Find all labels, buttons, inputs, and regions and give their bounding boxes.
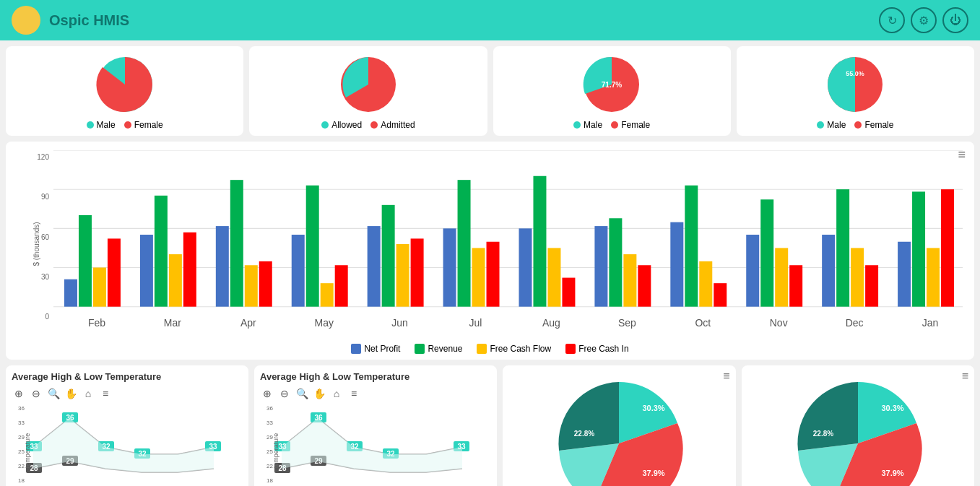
pie-chart-allowed (325, 52, 412, 117)
legend-free-cash-flow: Free Cash Flow (477, 344, 551, 354)
svg-rect-16 (230, 180, 243, 307)
svg-rect-36 (609, 218, 622, 306)
svg-rect-26 (411, 238, 424, 306)
zoom-out-btn-2[interactable]: ⊖ (277, 386, 292, 401)
svg-rect-30 (487, 242, 500, 307)
pie-card-gender1: Male Female (6, 46, 243, 136)
y-axis-label: $ (thousands) (32, 222, 40, 266)
y-tick-120: 120 (37, 153, 49, 161)
svg-rect-41 (699, 261, 712, 307)
svg-rect-44 (760, 199, 773, 306)
svg-text:Apr: Apr (240, 316, 256, 329)
temp-controls-2: ⊕ ⊖ 🔍 ✋ ⌂ ≡ (260, 386, 491, 401)
main-content: Male Female Allowed (0, 40, 980, 486)
female-label2: Female (621, 120, 650, 130)
y-tick-0: 0 (45, 313, 49, 321)
temp-card-1: Average High & Low Temperature ⊕ ⊖ 🔍 ✋ ⌂… (6, 365, 248, 486)
legend-net-profit: Net Profit (351, 344, 400, 354)
temp-controls-1: ⊕ ⊖ 🔍 ✋ ⌂ ≡ (12, 386, 243, 401)
pie-card-gender2: 71.7% Male Female (493, 46, 731, 136)
pie-legend-gender3: Male Female (817, 120, 893, 130)
pie-chart-gender3: 55.0% (812, 52, 898, 117)
revenue-label: Revenue (428, 344, 462, 354)
svg-rect-27 (443, 228, 456, 306)
legend-male2: Male (573, 120, 602, 130)
svg-rect-11 (140, 235, 153, 307)
pie-chart-gender2: 71.7% (568, 52, 655, 117)
pan-btn-2[interactable]: ✋ (312, 386, 326, 401)
svg-rect-20 (306, 186, 319, 307)
legend-free-cash-in: Free Cash In (565, 344, 628, 354)
temp-svg-2: 33 36 32 32 33 28 29 (274, 404, 491, 486)
svg-rect-15 (216, 226, 229, 307)
svg-rect-19 (292, 235, 305, 307)
legend-male1: Male (87, 120, 116, 130)
settings-button[interactable]: ⚙ (911, 7, 937, 33)
male-label2: Male (584, 120, 602, 130)
bottom-pie-menu-2[interactable]: ≡ (962, 370, 968, 383)
svg-rect-18 (259, 261, 272, 307)
y-tick-90: 90 (41, 193, 49, 201)
svg-marker-81 (33, 418, 214, 472)
top-pie-row: Male Female Allowed (6, 46, 974, 136)
svg-text:Jan: Jan (922, 316, 939, 329)
svg-text:Sep: Sep (618, 316, 636, 329)
svg-text:Jul: Jul (469, 316, 482, 329)
legend-allowed: Allowed (321, 120, 362, 130)
svg-rect-53 (927, 248, 940, 306)
pie-legend-gender2: Male Female (573, 120, 650, 130)
female-dot (124, 121, 131, 129)
svg-rect-50 (865, 265, 878, 306)
svg-rect-39 (670, 222, 683, 307)
svg-rect-48 (836, 189, 849, 307)
svg-text:30.3%: 30.3% (881, 404, 903, 412)
y-tick-60: 60 (41, 233, 49, 241)
bar-chart-card: ≡ $ (thousands) 120 90 60 30 0 (6, 142, 974, 360)
search-btn-1[interactable]: 🔍 (46, 386, 61, 401)
pan-btn-1[interactable]: ✋ (64, 386, 78, 401)
svg-text:37.9%: 37.9% (643, 469, 665, 477)
home-btn-2[interactable]: ⌂ (329, 386, 344, 401)
pie-card-allowed: Allowed Admitted (249, 46, 487, 136)
revenue-box (415, 344, 425, 354)
home-btn-1[interactable]: ⌂ (81, 386, 95, 401)
fci-label: Free Cash In (578, 344, 628, 354)
app-header: Ospic HMIS ↻ ⚙ ⏻ (0, 0, 980, 40)
svg-rect-34 (562, 278, 575, 307)
search-btn-2[interactable]: 🔍 (295, 386, 309, 401)
bottom-pie-menu-1[interactable]: ≡ (723, 370, 729, 383)
svg-rect-29 (472, 248, 485, 306)
zoom-out-btn-1[interactable]: ⊖ (29, 386, 43, 401)
svg-rect-38 (638, 265, 651, 306)
bottom-pie-card-1: ≡ 30.3% 37.9% 9.0% 22.8% (503, 365, 736, 486)
svg-rect-49 (851, 248, 864, 306)
svg-text:30.3%: 30.3% (643, 404, 665, 412)
bar-chart-svg: Feb Mar Apr May Jun Jul Aug Sep Oct Nov … (53, 150, 963, 338)
legend-female2: Female (611, 120, 650, 130)
menu-btn-2[interactable]: ≡ (347, 386, 361, 401)
male-dot3 (817, 121, 824, 129)
bar-feb-fci (108, 238, 121, 306)
legend-female1: Female (124, 120, 163, 130)
svg-text:Feb: Feb (88, 316, 105, 329)
legend-male3: Male (817, 120, 846, 130)
bar-chart-legend: Net Profit Revenue Free Cash Flow Free C… (17, 344, 963, 354)
svg-text:Oct: Oct (695, 316, 711, 329)
svg-rect-28 (458, 180, 471, 307)
menu-btn-1[interactable]: ≡ (98, 386, 113, 401)
svg-rect-21 (321, 283, 334, 307)
female-label3: Female (864, 120, 893, 130)
zoom-in-btn-1[interactable]: ⊕ (12, 386, 26, 401)
admitted-label: Admitted (381, 120, 415, 130)
app-logo (12, 6, 40, 35)
power-button[interactable]: ⏻ (942, 7, 968, 33)
refresh-button[interactable]: ↻ (879, 7, 905, 33)
temp-title-1: Average High & Low Temperature (12, 371, 243, 382)
svg-rect-22 (335, 265, 348, 306)
bottom-pie-svg-2: 30.3% 37.9% 22.8% (786, 371, 930, 486)
zoom-in-btn-2[interactable]: ⊕ (260, 386, 274, 401)
bar-feb-rev (79, 215, 92, 307)
pie-card-gender3: 55.0% Male Female (737, 46, 974, 136)
svg-rect-13 (169, 254, 182, 307)
fcf-box (477, 344, 487, 354)
